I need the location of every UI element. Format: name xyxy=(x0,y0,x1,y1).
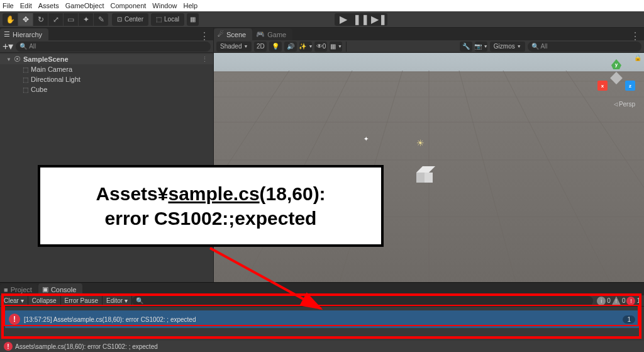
bottom-panel: ■Project ▣Console Clear ▾ Collapse Error… xyxy=(0,282,644,341)
scene-tab[interactable]: ☄Scene xyxy=(214,28,252,40)
game-tab[interactable]: 🎮Game xyxy=(252,28,292,40)
collapse-button[interactable]: Collapse xyxy=(28,295,61,307)
light-gizmo-icon: ☀ xyxy=(416,138,425,148)
play-button[interactable]: ▶ xyxy=(335,13,352,26)
axis-z[interactable]: z xyxy=(625,81,635,91)
menu-assets[interactable]: Assets xyxy=(38,2,59,9)
cube-object[interactable] xyxy=(416,166,433,183)
search-icon: 🔍 xyxy=(136,297,143,304)
rotate-tool[interactable]: ↻ xyxy=(33,13,48,26)
move-tool[interactable]: ✥ xyxy=(18,13,33,26)
audio-toggle[interactable]: 🔊 xyxy=(284,42,297,52)
console-message: [13:57:25] Assets\sample.cs(18,60): erro… xyxy=(24,316,196,323)
hierarchy-item-cube[interactable]: ⬚Cube xyxy=(0,84,213,94)
console-error-row[interactable]: ! [13:57:25] Assets\sample.cs(18,60): er… xyxy=(5,310,639,328)
scene-icon: ☄ xyxy=(218,30,224,38)
console-search[interactable]: 🔍 xyxy=(132,296,593,306)
menu-help[interactable]: Help xyxy=(183,2,197,9)
center-icon: ⊡ xyxy=(117,16,122,23)
svg-line-11 xyxy=(503,71,610,282)
hierarchy-search[interactable]: 🔍 All xyxy=(16,42,211,52)
pivot-center-toggle[interactable]: ⊡Center xyxy=(112,13,148,26)
lighting-toggle[interactable]: 💡 xyxy=(269,42,282,52)
hierarchy-icon: ☰ xyxy=(4,30,10,38)
status-text: Assets\sample.cs(18,60): error CS1002: ;… xyxy=(15,343,158,350)
console-tab[interactable]: ▣Console xyxy=(38,283,82,295)
gameobject-icon: ⬚ xyxy=(23,76,28,83)
panel-menu-icon[interactable]: ⋮ xyxy=(630,30,640,42)
transform-tool[interactable]: ✦ xyxy=(78,13,93,26)
hierarchy-item-camera[interactable]: ⬚Main Camera xyxy=(0,64,213,74)
camera-toggle[interactable]: 📷▼ xyxy=(475,42,487,52)
gizmos-dropdown[interactable]: Gizmos▼ xyxy=(490,42,525,52)
foldout-icon[interactable]: ▼ xyxy=(6,57,11,62)
fx-toggle[interactable]: ✨▼ xyxy=(299,42,312,52)
message-count-badge: 1 xyxy=(623,315,635,324)
warn-count-icon[interactable]: ! xyxy=(612,297,621,305)
gameobject-icon: ⬚ xyxy=(23,86,28,93)
draw-mode-dropdown[interactable]: Shaded▼ xyxy=(216,42,252,52)
project-tab[interactable]: ■Project xyxy=(0,284,38,295)
svg-line-10 xyxy=(459,71,516,282)
hierarchy-item-light[interactable]: ⬚Directional Light xyxy=(0,74,213,84)
local-icon: ⬚ xyxy=(156,16,162,23)
rect-tool[interactable]: ▭ xyxy=(63,13,78,26)
play-controls: ▶ ❚❚ ▶❚ xyxy=(335,13,387,26)
toolbar: ✋ ✥ ↻ ⤢ ▭ ✦ ✎ ⊡Center ⬚Local ▦ ▶ ❚❚ ▶❚ xyxy=(0,11,644,28)
gameobject-icon: ⬚ xyxy=(23,66,28,73)
folder-icon: ■ xyxy=(4,286,8,293)
status-error-icon: ! xyxy=(4,342,13,351)
error-pause-button[interactable]: Error Pause xyxy=(61,295,103,307)
game-icon: 🎮 xyxy=(256,30,265,38)
panel-menu-icon[interactable]: ⋮ xyxy=(199,30,209,42)
pause-button[interactable]: ❚❚ xyxy=(352,13,370,26)
scene-marker: ✦ xyxy=(364,135,369,142)
transform-tools: ✋ ✥ ↻ ⤢ ▭ ✦ ✎ xyxy=(3,13,108,26)
error-icon: ! xyxy=(9,314,20,325)
menu-component[interactable]: Component xyxy=(110,2,146,9)
error-count-icon[interactable]: ! xyxy=(626,297,635,305)
axis-y[interactable]: y xyxy=(611,59,621,69)
step-button[interactable]: ▶❚ xyxy=(370,13,387,26)
hand-tool[interactable]: ✋ xyxy=(3,13,18,26)
menu-bar: File Edit Assets GameObject Component Wi… xyxy=(0,0,644,11)
annotation-callout: Assets¥sample.cs(18,60): error CS1002:;e… xyxy=(38,165,384,247)
search-icon: 🔍 xyxy=(19,43,27,50)
status-bar[interactable]: ! Assets\sample.cs(18,60): error CS1002:… xyxy=(0,341,644,352)
snap-toggle[interactable]: ▦ xyxy=(187,13,199,26)
add-button[interactable]: +▾ xyxy=(3,40,13,52)
menu-edit[interactable]: Edit xyxy=(20,2,32,9)
2d-toggle[interactable]: 2D xyxy=(254,42,267,52)
menu-gameobject[interactable]: GameObject xyxy=(65,2,104,9)
console-body: ! [13:57:25] Assets\sample.cs(18,60): er… xyxy=(0,307,644,341)
menu-window[interactable]: Window xyxy=(152,2,177,9)
visibility-toggle[interactable]: 👁0 xyxy=(314,42,327,52)
message-counts: i0 !0 !1 xyxy=(593,297,644,305)
scene-toolbar: Shaded▼ 2D 💡 🔊 ✨▼ 👁0 ▦▼ 🔧 📷▼ Gizmos▼ 🔍 A… xyxy=(214,40,644,53)
tools-toggle[interactable]: 🔧 xyxy=(460,42,472,52)
clear-button[interactable]: Clear ▾ xyxy=(0,295,28,307)
scene-root[interactable]: ▼ ⦿ SampleScene ⋮ xyxy=(0,54,213,64)
hierarchy-tree: ▼ ⦿ SampleScene ⋮ ⬚Main Camera ⬚Directio… xyxy=(0,53,213,96)
row-menu-icon[interactable]: ⋮ xyxy=(201,55,208,64)
console-icon: ▣ xyxy=(42,285,48,293)
custom-tool[interactable]: ✎ xyxy=(93,13,108,26)
perspective-label[interactable]: ◁Persp xyxy=(614,101,635,108)
search-icon: 🔍 xyxy=(531,43,539,50)
editor-dropdown[interactable]: Editor ▾ xyxy=(103,295,132,307)
info-count-icon[interactable]: i xyxy=(597,297,606,305)
scale-tool[interactable]: ⤢ xyxy=(48,13,63,26)
orientation-gizmo[interactable]: y x z xyxy=(597,59,635,97)
console-toolbar: Clear ▾ Collapse Error Pause Editor ▾ 🔍 … xyxy=(0,295,644,307)
pivot-local-toggle[interactable]: ⬚Local xyxy=(151,13,184,26)
menu-file[interactable]: File xyxy=(3,2,14,9)
hierarchy-tab[interactable]: ☰Hierarchy xyxy=(0,28,48,40)
unity-scene-icon: ⦿ xyxy=(14,55,21,63)
axis-x[interactable]: x xyxy=(597,81,608,91)
grid-toggle[interactable]: ▦▼ xyxy=(330,42,342,52)
scene-search[interactable]: 🔍 All xyxy=(528,42,641,52)
